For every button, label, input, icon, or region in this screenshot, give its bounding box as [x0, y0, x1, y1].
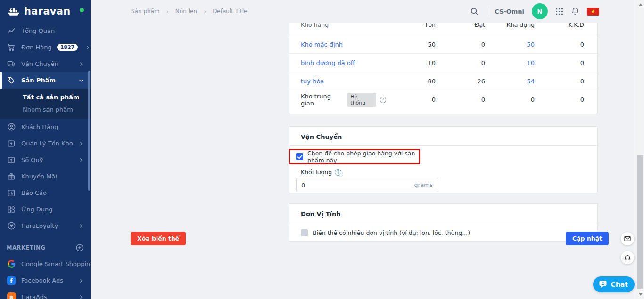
warehouse-link[interactable]: tuy hòa: [301, 78, 324, 85]
sidebar-subitem-tat-ca-san-pham[interactable]: Tất cả sản phẩm: [0, 91, 91, 104]
weight-help-icon[interactable]: ?: [335, 169, 341, 176]
ton-value: 0: [386, 96, 436, 103]
marketing-label: MARKETING: [7, 244, 46, 251]
sidebar-item-so-quy[interactable]: Sổ Quỹ: [0, 152, 91, 168]
header-divider: [487, 7, 487, 16]
vietnam-flag-icon[interactable]: ★: [587, 8, 599, 16]
sidebar-item-ung-dung[interactable]: Ứng Dụng: [0, 201, 91, 218]
sidebar-item-facebook-ads[interactable]: f Facebook Ads: [0, 272, 91, 289]
haraads-letter: a: [7, 292, 16, 299]
avatar[interactable]: N: [532, 3, 548, 19]
sidebar-item-label: Khuyến Mãi: [21, 173, 84, 180]
kkd-value: 0: [535, 96, 584, 103]
sidebar-item-khuyen-mai[interactable]: Khuyến Mãi: [0, 168, 91, 185]
chevron-right-icon: [78, 294, 84, 299]
dat-value: 0: [436, 59, 485, 66]
allow-shipping-checkbox[interactable]: [296, 153, 303, 160]
help-icon[interactable]: ?: [380, 97, 386, 103]
breadcrumb-non-len[interactable]: Nón len: [175, 8, 197, 15]
sidebar-scrollbar[interactable]: [88, 71, 90, 191]
weight-label: Khối lượng: [301, 169, 332, 176]
dat-value: 0: [436, 41, 485, 48]
add-channel-icon[interactable]: [75, 243, 84, 252]
scroll-down-arrow[interactable]: [636, 291, 644, 298]
table-row: tuy hòa 80 26 54 0: [289, 72, 597, 90]
kkd-value: 0: [535, 78, 584, 85]
email-fab[interactable]: [621, 232, 634, 245]
scrollbar-thumb[interactable]: [637, 155, 643, 289]
sidebar-item-haraads[interactable]: a HaraAds: [0, 289, 91, 299]
allow-shipping-label: Chọn để cho phép giao hàng với sản phẩm …: [307, 150, 419, 164]
envelope-icon: [624, 235, 631, 242]
ton-value: 50: [386, 41, 436, 48]
ship-logo-icon: [7, 6, 21, 17]
weight-unit: grams: [414, 181, 433, 188]
kkd-value: 0: [535, 41, 584, 48]
sidebar-item-google-smart-shopping[interactable]: Google Smart Shopping: [0, 256, 91, 272]
page-scrollbar[interactable]: [636, 0, 644, 299]
warehouse-link[interactable]: bình dương đã off: [301, 59, 355, 66]
breadcrumb: Sản phẩm › Nón len › Default Title: [131, 8, 248, 15]
sidebar-item-label: Vận Chuyển: [21, 60, 73, 67]
sidebar-item-bao-cao[interactable]: Báo Cáo: [0, 185, 91, 201]
delete-variant-button[interactable]: Xóa biến thể: [131, 232, 186, 245]
sidebar-item-van-chuyen[interactable]: Vận Chuyển: [0, 56, 91, 72]
sidebar-item-label: Google Smart Shopping: [21, 260, 91, 267]
kha-dung-link[interactable]: 10: [485, 59, 535, 66]
multi-unit-label: Biến thể có nhiều đơn vị tính (ví dụ: lo…: [313, 229, 470, 236]
update-button[interactable]: Cập nhật: [566, 232, 609, 245]
sidebar-subitem-nhom-san-pham[interactable]: Nhóm sản phẩm: [0, 104, 91, 116]
inventory-table-header: Kho hàng Tồn Đặt Khả dụng K.K.D: [289, 23, 597, 35]
multi-unit-checkbox[interactable]: [301, 229, 308, 236]
loyalty-heart-icon: [7, 221, 16, 231]
haravan-logo[interactable]: haravan: [0, 0, 91, 23]
chevron-right-icon: [78, 61, 84, 67]
warehouse-link[interactable]: Kho mặc định: [301, 41, 343, 48]
chevron-right-icon: [85, 45, 91, 50]
chevron-right-icon: [78, 141, 84, 146]
marketing-section-header: MARKETING: [0, 239, 91, 256]
main-content: Sản phẩm › Nón len › Default Title CS-Om…: [91, 0, 636, 299]
sidebar-item-san-pham[interactable]: Sản Phẩm: [0, 72, 91, 89]
shipping-section-title: Vận Chuyển: [289, 127, 597, 145]
sidebar-item-label: Tổng Quan: [21, 27, 84, 34]
chat-label: Chat: [611, 281, 628, 288]
support-fab[interactable]: [621, 251, 634, 264]
col-dat: Đặt: [436, 23, 485, 28]
chevron-right-icon: [78, 278, 84, 283]
ton-value: 80: [386, 78, 436, 85]
sidebar-item-label: HaraAds: [21, 293, 73, 299]
search-icon[interactable]: [470, 7, 479, 16]
sidebar-item-tong-quan[interactable]: Tổng Quan: [0, 23, 91, 39]
table-row: Kho trung gian Hệ thống ? 0 0 0 0: [289, 90, 597, 109]
unit-section-title: Đơn Vị Tính: [289, 204, 597, 223]
sidebar-item-label: Ứng Dụng: [21, 206, 84, 213]
breadcrumb-separator: ›: [166, 8, 169, 15]
kha-dung-link[interactable]: 50: [485, 41, 535, 48]
scroll-up-arrow[interactable]: [636, 1, 644, 8]
report-chart-icon: [7, 188, 16, 198]
headphones-icon: [624, 254, 631, 261]
sidebar-item-label: Sản Phẩm: [21, 77, 73, 84]
apps-launcher-icon[interactable]: [555, 8, 563, 16]
truck-icon: [7, 59, 16, 69]
bell-icon[interactable]: [571, 7, 579, 16]
status-dot: [80, 8, 84, 12]
facebook-letter: f: [7, 276, 16, 285]
sidebar-item-label: Khách Hàng: [21, 123, 84, 130]
sidebar-item-quan-ly-ton-kho[interactable]: Quản Lý Tồn Kho: [0, 135, 91, 152]
kha-dung-link[interactable]: 54: [485, 78, 535, 85]
kha-dung-value: 0: [485, 96, 535, 103]
cashbook-icon: [7, 155, 16, 165]
account-name[interactable]: CS-Omni: [495, 8, 524, 15]
chat-button[interactable]: Chat: [593, 276, 635, 292]
breadcrumb-san-pham[interactable]: Sản phẩm: [131, 8, 160, 15]
customer-icon: [7, 122, 16, 132]
sidebar-item-haraloyalty[interactable]: HaraLoyalty: [0, 218, 91, 234]
sidebar-item-don-hang[interactable]: Đơn Hàng 1827: [0, 39, 91, 56]
unit-card: Đơn Vị Tính Biến thể có nhiều đơn vị tín…: [289, 203, 598, 242]
shipping-card: Vận Chuyển Chọn để cho phép giao hàng vớ…: [289, 126, 598, 193]
chevron-right-icon: [78, 223, 84, 229]
orders-count-badge: 1827: [57, 44, 78, 51]
sidebar-item-khach-hang[interactable]: Khách Hàng: [0, 119, 91, 135]
